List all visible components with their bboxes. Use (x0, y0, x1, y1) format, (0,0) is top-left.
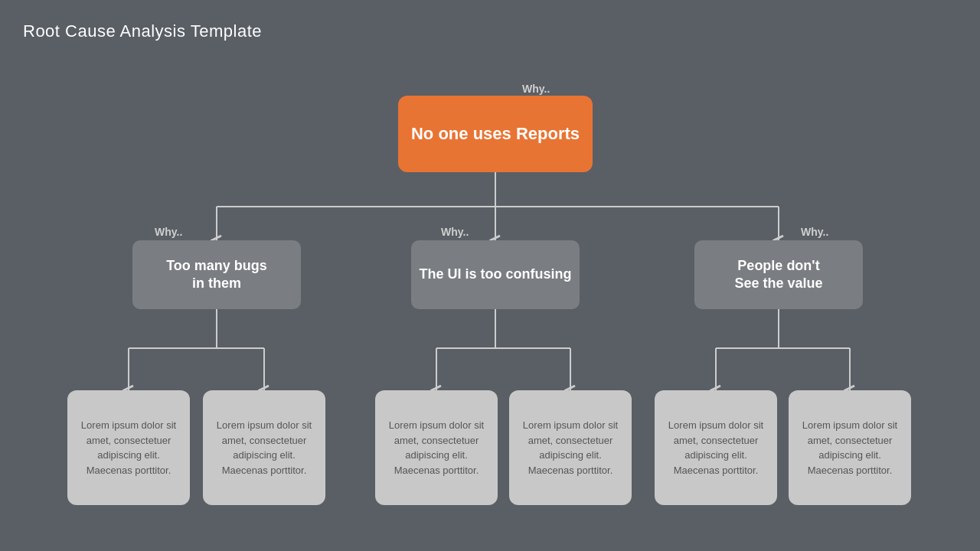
why-label-value: Why.. (801, 226, 828, 238)
root-node: No one uses Reports (398, 96, 593, 172)
why-label-bugs: Why.. (155, 226, 182, 238)
why-label-ui: Why.. (441, 226, 469, 238)
mid-node-bugs: Too many bugs in them (132, 240, 301, 309)
mid-node-ui: The UI is too confusing (411, 240, 580, 309)
why-label-root: Why.. (522, 83, 550, 95)
leaf-node-6: Lorem ipsum dolor sit amet, consectetuer… (789, 390, 911, 505)
leaf-node-3: Lorem ipsum dolor sit amet, consectetuer… (375, 390, 498, 505)
leaf-node-4: Lorem ipsum dolor sit amet, consectetuer… (509, 390, 632, 505)
page-title: Root Cause Analysis Template (23, 21, 262, 41)
leaf-node-1: Lorem ipsum dolor sit amet, consectetuer… (67, 390, 190, 505)
leaf-node-5: Lorem ipsum dolor sit amet, consectetuer… (655, 390, 777, 505)
leaf-node-2: Lorem ipsum dolor sit amet, consectetuer… (203, 390, 325, 505)
mid-node-value: People don't See the value (694, 240, 863, 309)
